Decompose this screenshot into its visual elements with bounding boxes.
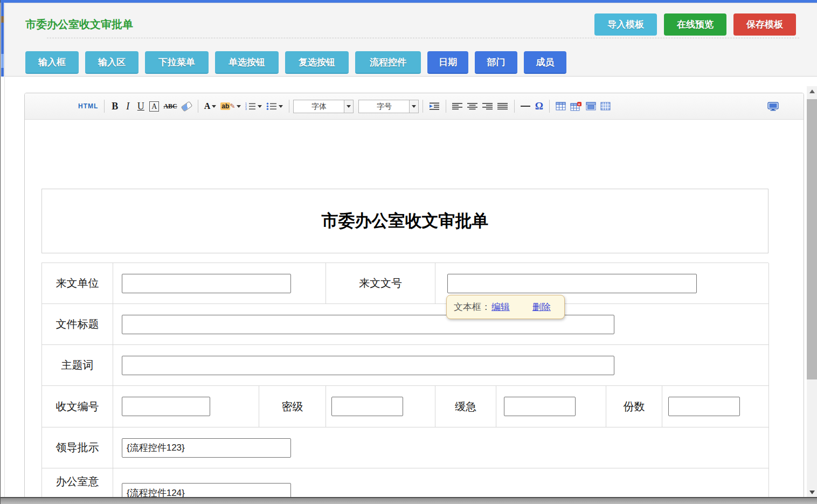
highlight-color-icon[interactable]: ab✎ (218, 98, 243, 115)
toolbar-separator (446, 100, 446, 113)
format-box-icon[interactable]: A (147, 98, 161, 115)
app-window: 市委办公室收文审批单 导入模板 在线预览 保存模板 输入框 输入区 下拉菜单 单… (0, 0, 817, 504)
cell-secrecy-level (326, 386, 435, 427)
editor-content-area[interactable]: 市委办公室收文审批单 来文单位 来文文号 文件标题 主题词 收文编号 密级 (25, 120, 804, 499)
online-preview-button[interactable]: 在线预览 (664, 13, 726, 36)
urgency-input[interactable] (504, 397, 576, 416)
label-subject-words: 主题词 (42, 345, 113, 386)
incoming-unit-input[interactable] (122, 274, 291, 293)
cell-properties-icon[interactable] (598, 98, 613, 115)
incoming-doc-number-input[interactable] (447, 274, 697, 293)
cell-document-title (113, 304, 769, 345)
italic-icon[interactable]: I (121, 98, 134, 115)
editor-toolbar: HTML B I U A ABC A ab✎ 1 2 3 (25, 93, 804, 120)
window-bottom-edge (1, 497, 817, 504)
widget-flow-control-button[interactable]: 流程控件 (355, 51, 421, 74)
toolbar-separator (423, 100, 423, 113)
font-size-select[interactable]: 字号 (358, 100, 419, 113)
delete-table-icon[interactable]: × (568, 98, 584, 115)
align-right-icon[interactable] (480, 98, 495, 115)
horizontal-rule-icon[interactable] (518, 98, 532, 115)
secrecy-level-input[interactable] (331, 397, 403, 416)
ordered-list-icon[interactable]: 1 2 3 (243, 98, 264, 115)
toolbar-separator (104, 100, 105, 113)
cell-office-opinion (113, 468, 769, 499)
background-sidebar-strip (1, 3, 4, 77)
font-color-icon[interactable]: A (202, 98, 219, 115)
widget-input-box-button[interactable]: 输入框 (25, 51, 79, 74)
document-title: 市委办公室收文审批单 (322, 210, 489, 232)
sidebar-icon-fragment (1, 16, 4, 23)
bold-icon[interactable]: B (108, 98, 121, 115)
chevron-down-icon (212, 105, 216, 108)
scrollbar-down-arrow[interactable] (807, 487, 817, 497)
cell-receipt-number (113, 386, 259, 427)
office-opinion-flow-control[interactable] (122, 483, 291, 499)
svg-text:3: 3 (245, 107, 247, 111)
label-secrecy-level: 密级 (259, 386, 326, 427)
special-character-icon[interactable]: Ω (532, 98, 545, 115)
receipt-number-input[interactable] (122, 397, 210, 416)
scrollbar-thumb[interactable] (807, 99, 817, 379)
fullscreen-icon[interactable] (765, 98, 781, 115)
html-source-icon[interactable]: HTML (76, 98, 100, 115)
widget-button-row: 输入框 输入区 下拉菜单 单选按钮 复选按钮 流程控件 日期 部门 成员 (25, 51, 566, 74)
label-receipt-number: 收文编号 (42, 386, 113, 427)
align-left-icon[interactable] (450, 98, 465, 115)
tooltip-label: 文本框： (454, 301, 490, 313)
chevron-down-icon (279, 105, 283, 108)
page-title: 市委办公室收文审批单 (25, 17, 133, 32)
label-copies: 份数 (606, 386, 662, 427)
toolbar-separator (289, 100, 289, 113)
widget-member-button[interactable]: 成员 (524, 51, 566, 74)
delete-control-link[interactable]: 删除 (532, 301, 551, 313)
toolbar-separator (549, 100, 550, 113)
unordered-list-icon[interactable] (264, 98, 285, 115)
label-urgency: 缓急 (435, 386, 496, 427)
chevron-down-icon (258, 105, 262, 108)
indent-icon[interactable] (427, 98, 442, 115)
strikethrough-icon[interactable]: ABC (161, 98, 179, 115)
widget-dropdown-button[interactable]: 下拉菜单 (145, 51, 209, 74)
cell-copies (662, 386, 769, 427)
header-dashed-divider (47, 38, 799, 38)
cell-leader-instructions (113, 427, 769, 468)
cell-subject-words (113, 345, 769, 386)
control-tooltip: 文本框： 编辑 删除 (446, 295, 565, 319)
insert-table-icon[interactable] (553, 98, 568, 115)
widget-radio-button[interactable]: 单选按钮 (215, 51, 279, 74)
save-template-button[interactable]: 保存模板 (733, 13, 796, 36)
copies-input[interactable] (668, 397, 740, 416)
pencil-icon: ✎ (230, 102, 235, 110)
document-form-table: 来文单位 来文文号 文件标题 主题词 收文编号 密级 缓急 份数 (41, 263, 768, 499)
chevron-down-icon (344, 100, 353, 113)
import-template-button[interactable]: 导入模板 (594, 13, 657, 36)
cell-urgency (496, 386, 606, 427)
align-justify-icon[interactable] (495, 98, 510, 115)
document-title-cell: 市委办公室收文审批单 (41, 189, 768, 253)
leader-instructions-flow-control[interactable] (122, 438, 291, 458)
edit-control-link[interactable]: 编辑 (491, 301, 510, 313)
eraser-icon[interactable] (179, 98, 194, 115)
widget-textarea-button[interactable]: 输入区 (85, 51, 139, 74)
widget-checkbox-button[interactable]: 复选按钮 (285, 51, 349, 74)
widget-department-button[interactable]: 部门 (475, 51, 517, 74)
label-document-title: 文件标题 (42, 304, 113, 345)
label-office-opinion: 办公室意见 (42, 468, 113, 499)
label-leader-instructions: 领导批示 (42, 427, 113, 468)
font-family-select[interactable]: 字体 (293, 100, 354, 113)
sidebar-icon-fragment (1, 54, 4, 68)
cell-incoming-unit (113, 263, 326, 304)
subject-words-input[interactable] (122, 356, 614, 375)
chevron-down-icon (409, 100, 418, 113)
table-properties-icon[interactable] (584, 98, 598, 115)
align-center-icon[interactable] (465, 98, 480, 115)
underline-icon[interactable]: U (134, 98, 147, 115)
label-incoming-unit: 来文单位 (42, 263, 113, 304)
header-panel: 市委办公室收文审批单 导入模板 在线预览 保存模板 输入框 输入区 下拉菜单 单… (4, 3, 817, 77)
svg-text:×: × (578, 102, 580, 106)
panel-left-border (4, 77, 5, 497)
widget-date-button[interactable]: 日期 (427, 51, 468, 74)
scrollbar-up-arrow[interactable] (807, 86, 817, 96)
toolbar-separator (514, 100, 515, 113)
